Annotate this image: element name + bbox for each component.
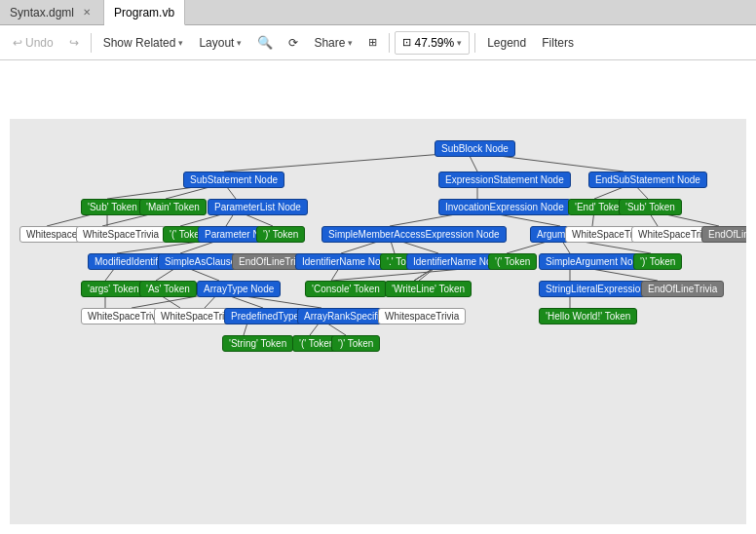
node-as_token[interactable]: 'As' Token — [139, 281, 197, 297]
search-icon: 🔍 — [257, 35, 273, 50]
legend-label: Legend — [487, 36, 526, 50]
node-endoflinetrivia3[interactable]: EndOfLineTrivia — [641, 281, 724, 297]
node-sub_token1[interactable]: 'Sub' Token — [81, 199, 144, 215]
node-subblock[interactable]: SubBlock Node — [435, 140, 515, 157]
node-paramlist[interactable]: ParameterList Node — [208, 199, 308, 215]
node-endoflinetrivia1[interactable]: EndOfLineTrivia — [701, 226, 746, 243]
node-simplememberaccess[interactable]: SimpleMemberAccessExpression Node — [321, 226, 507, 243]
undo-icon: ↩ — [13, 36, 22, 50]
refresh-icon: ⟳ — [288, 36, 298, 50]
node-endsubstatement[interactable]: EndSubStatement Node — [588, 172, 707, 188]
node-string_token[interactable]: 'String' Token — [222, 335, 293, 352]
divider-2 — [389, 33, 390, 53]
node-t_token4[interactable]: ')' Token — [633, 253, 682, 270]
tab-bar: Syntax.dgml ✕ Program.vb — [0, 0, 756, 25]
zoom-button[interactable]: ⊡ 47.59% ▾ — [395, 31, 470, 55]
tab-syntax-close[interactable]: ✕ — [80, 6, 94, 19]
filters-button[interactable]: Filters — [535, 29, 581, 57]
share-button[interactable]: Share ▾ — [307, 29, 359, 57]
diagram-area[interactable]: SubBlock NodeSubStatement NodeExpression… — [10, 119, 746, 524]
node-substatement[interactable]: SubStatement Node — [183, 172, 284, 188]
show-related-label: Show Related — [103, 36, 176, 50]
layout-button[interactable]: Layout ▾ — [192, 29, 248, 57]
tab-syntax-label: Syntax.dgml — [10, 6, 74, 19]
node-main_token[interactable]: 'Main' Token — [139, 199, 207, 215]
share-label: Share — [314, 36, 345, 50]
node-helloworld_token[interactable]: 'Hello World!' Token — [539, 308, 637, 324]
node-t_token2[interactable]: ')' Token — [256, 226, 305, 243]
divider-1 — [91, 33, 92, 53]
node-arraytype[interactable]: ArrayType Node — [197, 281, 281, 297]
node-whitespacetrivia7[interactable]: WhitespaceTrivia — [378, 308, 466, 324]
node-whitespacetrivia2[interactable]: WhiteSpaceTrivia — [76, 226, 166, 243]
redo-icon: ↪ — [69, 36, 79, 50]
redo-button[interactable]: ↪ — [62, 29, 86, 57]
legend-button[interactable]: Legend — [480, 29, 533, 57]
node-t_token3[interactable]: '(' Token — [488, 253, 537, 270]
undo-label: Undo — [25, 36, 54, 50]
svg-line-0 — [224, 152, 468, 172]
layout-arrow: ▾ — [237, 38, 242, 48]
show-related-arrow: ▾ — [178, 38, 183, 48]
zoom-arrow: ▾ — [457, 38, 462, 48]
share-arrow: ▾ — [348, 38, 353, 48]
node-args_token[interactable]: 'args' Token — [81, 281, 146, 297]
show-related-button[interactable]: Show Related ▾ — [96, 29, 191, 57]
tab-program[interactable]: Program.vb — [104, 0, 185, 25]
node-expressionstatement[interactable]: ExpressionStatement Node — [438, 172, 571, 188]
refresh-button[interactable]: ⟳ — [282, 29, 305, 57]
zoom-label: 47.59% — [414, 36, 454, 50]
node-console_token[interactable]: 'Console' Token — [305, 281, 387, 297]
main-content: SubBlock NodeSubStatement NodeExpression… — [0, 60, 756, 534]
zoom-icon: ⊡ — [402, 36, 411, 49]
compare-icon: ⊞ — [368, 36, 377, 49]
divider-3 — [474, 33, 475, 53]
node-invocationexpr[interactable]: InvocationExpression Node — [438, 199, 571, 215]
node-sub_token2[interactable]: 'Sub' Token — [619, 199, 682, 215]
tab-program-label: Program.vb — [114, 6, 174, 19]
node-t_token6[interactable]: ')' Token — [331, 335, 380, 352]
canvas: SubBlock NodeSubStatement NodeExpression… — [10, 119, 746, 524]
undo-button[interactable]: ↩ Undo — [6, 29, 60, 57]
search-button[interactable]: 🔍 — [250, 29, 280, 57]
tab-syntax[interactable]: Syntax.dgml ✕ — [0, 0, 104, 24]
node-writeline_token[interactable]: 'WriteLine' Token — [385, 281, 472, 297]
filters-label: Filters — [542, 36, 574, 50]
main-window: Syntax.dgml ✕ Program.vb ↩ Undo ↪ Show R… — [0, 0, 756, 534]
layout-label: Layout — [199, 36, 234, 50]
toolbar: ↩ Undo ↪ Show Related ▾ Layout ▾ 🔍 ⟳ Sha… — [0, 25, 756, 60]
compare-button[interactable]: ⊞ — [361, 29, 384, 57]
